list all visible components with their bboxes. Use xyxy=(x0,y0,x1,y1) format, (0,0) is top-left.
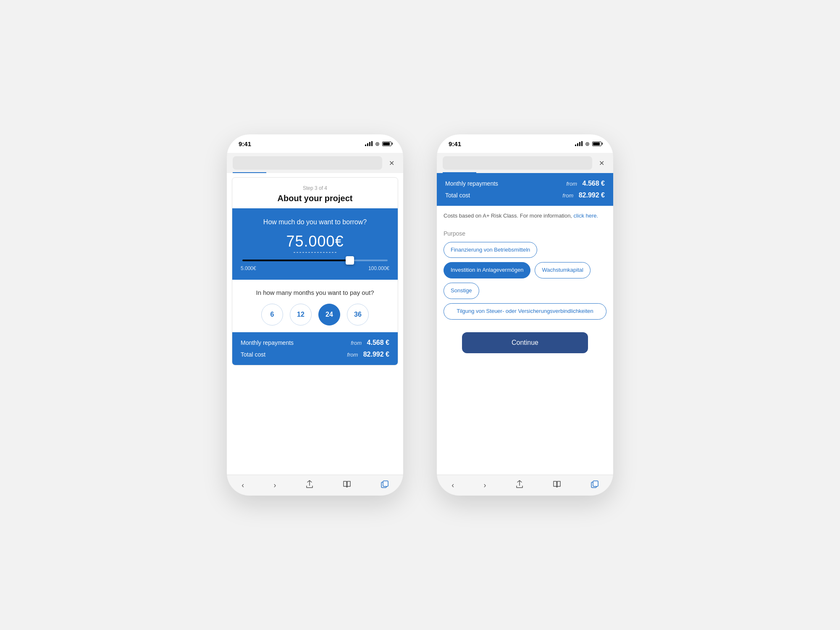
back-nav-left[interactable]: ‹ xyxy=(242,481,244,490)
total-from: from xyxy=(347,352,358,358)
back-nav-right[interactable]: ‹ xyxy=(452,481,454,490)
wifi-icon: ⊛ xyxy=(375,141,380,147)
close-button-right[interactable]: ✕ xyxy=(596,157,607,169)
status-icons-left: ⊛ xyxy=(365,141,391,147)
month-option-24[interactable]: 24 xyxy=(318,304,340,326)
book-icon-left[interactable] xyxy=(343,480,351,490)
borrow-dots-decoration xyxy=(241,252,389,253)
progress-line-right xyxy=(443,172,476,173)
browser-nav-left: ‹ › xyxy=(227,475,403,496)
months-options: 6 12 24 36 xyxy=(241,304,389,326)
slider-fill xyxy=(242,260,350,261)
month-option-12[interactable]: 12 xyxy=(290,304,312,326)
amount-slider[interactable] xyxy=(241,260,389,261)
url-bar-right[interactable] xyxy=(443,156,592,170)
total-value: 82.992 € xyxy=(363,351,389,358)
total-label-right: Total cost xyxy=(445,192,470,199)
slider-min: 5.000€ xyxy=(241,265,256,271)
step-title: About your project xyxy=(241,194,389,203)
forward-nav-right[interactable]: › xyxy=(484,481,486,490)
info-text: Costs based on A+ Risk Class. For more i… xyxy=(437,206,613,226)
continue-container: Continue xyxy=(437,328,613,362)
cost-summary-right: Monthly repayments from 4.568 € Total co… xyxy=(437,173,613,206)
monthly-label-right: Monthly repayments xyxy=(445,180,498,187)
total-value-right: 82.992 € xyxy=(579,192,605,199)
browser-nav-right: ‹ › xyxy=(437,475,613,496)
wifi-icon-right: ⊛ xyxy=(585,141,590,147)
tabs-icon-left[interactable] xyxy=(381,480,388,490)
borrow-section: How much do you want to borrow? 75.000€ xyxy=(232,208,398,280)
status-bar-right: 9:41 ⊛ xyxy=(437,134,613,153)
phone-content-left: Step 3 of 4 About your project How much … xyxy=(227,173,403,475)
total-from-right: from xyxy=(562,192,573,199)
share-icon-right[interactable] xyxy=(516,480,523,491)
phone-left: 9:41 ⊛ ✕ xyxy=(227,134,403,496)
months-question: In how many months you want to pay out? xyxy=(241,288,389,297)
month-option-36[interactable]: 36 xyxy=(347,304,369,326)
phone-right: 9:41 ⊛ ✕ xyxy=(437,134,613,496)
browser-bar-right: ✕ xyxy=(437,153,613,173)
borrow-amount: 75.000€ xyxy=(241,233,389,250)
signal-icon-right xyxy=(575,141,583,146)
total-label: Total cost xyxy=(241,351,265,358)
total-cost-row-right: Total cost from 82.992 € xyxy=(445,192,605,199)
purpose-chips: Finanzierung von Betriebsmitteln Investi… xyxy=(444,242,606,320)
status-time-left: 9:41 xyxy=(239,140,251,147)
status-icons-right: ⊛ xyxy=(575,141,601,147)
scene: 9:41 ⊛ ✕ xyxy=(0,0,840,630)
info-text-content: Costs based on A+ Risk Class. For more i… xyxy=(444,213,572,219)
chip-sonstige[interactable]: Sonstige xyxy=(444,283,479,299)
book-icon-right[interactable] xyxy=(553,480,561,490)
continue-button[interactable]: Continue xyxy=(462,332,588,353)
borrow-question: How much do you want to borrow? xyxy=(241,218,389,227)
month-option-6[interactable]: 6 xyxy=(261,304,283,326)
purpose-section: Purpose Finanzierung von Betriebsmitteln… xyxy=(437,226,613,328)
monthly-from: from xyxy=(351,340,362,346)
monthly-repayment-row: Monthly repayments from 4.568 € xyxy=(241,339,389,346)
phone-content-right: Monthly repayments from 4.568 € Total co… xyxy=(437,173,613,475)
progress-line-left xyxy=(233,172,266,173)
step-label: Step 3 of 4 xyxy=(241,185,389,191)
step-header: Step 3 of 4 About your project xyxy=(232,178,398,208)
chip-anlage[interactable]: Investition in Anlagevermögen xyxy=(444,262,530,278)
chip-betriebsmittel[interactable]: Finanzierung von Betriebsmitteln xyxy=(444,242,537,258)
chip-tilgung[interactable]: Tilgung von Steuer- oder Versicherungsve… xyxy=(444,303,606,320)
slider-labels: 5.000€ 100.000€ xyxy=(241,265,389,271)
close-button-left[interactable]: ✕ xyxy=(386,157,397,169)
url-bar-left[interactable] xyxy=(233,156,382,170)
main-card-left: Step 3 of 4 About your project How much … xyxy=(232,177,398,365)
monthly-repayment-row-right: Monthly repayments from 4.568 € xyxy=(445,180,605,187)
monthly-from-right: from xyxy=(566,181,577,187)
status-time-right: 9:41 xyxy=(449,140,461,147)
browser-bar-left: ✕ xyxy=(227,153,403,173)
svg-rect-1 xyxy=(383,481,388,486)
tabs-icon-right[interactable] xyxy=(591,480,598,490)
cost-summary-left: Monthly repayments from 4.568 € Total co… xyxy=(232,332,398,365)
forward-nav-left[interactable]: › xyxy=(274,481,276,490)
share-icon-left[interactable] xyxy=(306,480,313,491)
battery-icon xyxy=(382,142,391,146)
signal-icon xyxy=(365,141,373,146)
monthly-value: 4.568 € xyxy=(367,339,389,346)
slider-max: 100.000€ xyxy=(368,265,389,271)
purpose-label: Purpose xyxy=(444,230,606,237)
slider-thumb[interactable] xyxy=(346,256,354,265)
months-section: In how many months you want to pay out? … xyxy=(232,280,398,332)
total-cost-row: Total cost from 82.992 € xyxy=(241,351,389,358)
svg-rect-3 xyxy=(593,481,598,486)
battery-icon-right xyxy=(592,142,601,146)
info-link[interactable]: click here. xyxy=(574,213,598,219)
slider-track xyxy=(242,260,388,261)
chip-wachstum[interactable]: Wachstumkapital xyxy=(535,262,591,278)
status-bar-left: 9:41 ⊛ xyxy=(227,134,403,153)
monthly-label: Monthly repayments xyxy=(241,339,294,346)
monthly-value-right: 4.568 € xyxy=(583,180,605,187)
